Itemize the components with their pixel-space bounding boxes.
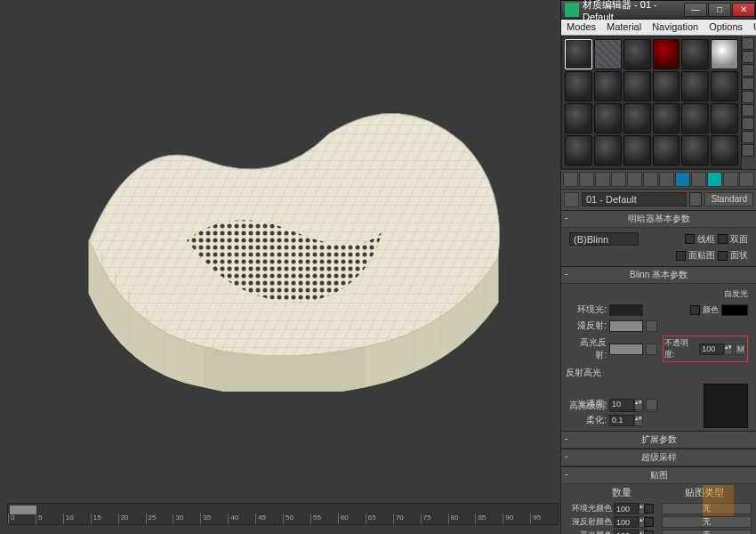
window-title: 材质编辑器 - 01 - Default xyxy=(583,0,683,22)
facemap-checkbox[interactable] xyxy=(676,251,686,261)
section-extended[interactable]: 扩展参数 xyxy=(561,432,756,449)
map-ambient-amount[interactable]: ▴▾ xyxy=(614,503,642,514)
menu-modes[interactable]: Modes xyxy=(561,20,601,35)
map-ambient-checkbox[interactable] xyxy=(644,504,654,514)
map-speccolor-amount[interactable]: ▴▾ xyxy=(614,530,642,534)
close-button[interactable]: ✕ xyxy=(732,3,755,17)
material-slot[interactable] xyxy=(565,39,592,69)
pick-material-icon[interactable] xyxy=(564,192,579,207)
material-slot[interactable] xyxy=(623,103,651,134)
map-speccolor-slot[interactable]: 无 xyxy=(662,530,752,534)
material-slot[interactable] xyxy=(594,135,622,166)
minimize-button[interactable]: — xyxy=(684,3,707,17)
make-unique-icon[interactable] xyxy=(643,172,658,187)
maximize-button[interactable]: □ xyxy=(708,3,731,17)
make-copy-icon[interactable] xyxy=(627,172,642,187)
map-diffuse-amount[interactable]: ▴▾ xyxy=(614,516,642,528)
shader-type-dropdown[interactable]: (B)Blinn xyxy=(569,232,639,246)
material-slot[interactable] xyxy=(653,39,680,69)
material-slot[interactable] xyxy=(711,71,738,101)
opacity-spinner[interactable]: ▴▾ xyxy=(699,344,733,355)
map-diffuse-checkbox[interactable] xyxy=(644,517,654,527)
backlight-icon[interactable] xyxy=(742,51,754,63)
slot-count-icon[interactable] xyxy=(742,144,754,157)
material-slot[interactable] xyxy=(565,103,592,134)
map-ambient-label: 环境光颜色 xyxy=(566,503,612,514)
material-slot[interactable] xyxy=(681,135,709,166)
diffuse-map-button[interactable] xyxy=(646,320,657,332)
material-slot[interactable] xyxy=(594,39,622,69)
wire-checkbox[interactable] xyxy=(685,234,695,244)
video-check-icon[interactable] xyxy=(742,91,754,103)
material-slot[interactable] xyxy=(681,103,709,134)
select-by-mat-icon[interactable] xyxy=(742,131,754,143)
mesh-preview xyxy=(27,80,525,392)
selfillum-label: 自发光 xyxy=(724,288,748,300)
material-toolbar xyxy=(561,169,756,190)
dropdown-arrow-icon[interactable] xyxy=(689,192,702,206)
material-slot[interactable] xyxy=(711,103,738,134)
selfillum-color-checkbox[interactable] xyxy=(690,305,700,315)
material-slot[interactable] xyxy=(594,71,622,101)
sample-uv-icon[interactable] xyxy=(742,77,754,90)
timeline-ticks: 05 1015 2025 3035 4045 5055 6065 7075 80… xyxy=(8,514,558,524)
material-slot[interactable] xyxy=(681,71,709,101)
material-slot[interactable] xyxy=(565,135,592,166)
material-slot[interactable] xyxy=(653,135,680,166)
material-slot[interactable] xyxy=(623,135,651,166)
get-material-icon[interactable] xyxy=(563,172,578,187)
material-slot[interactable] xyxy=(711,135,738,166)
material-slot[interactable] xyxy=(711,39,738,69)
material-slot[interactable] xyxy=(653,103,680,134)
options-icon[interactable] xyxy=(742,117,754,130)
material-slot[interactable] xyxy=(623,71,651,101)
menu-options[interactable]: Options xyxy=(704,20,748,35)
menu-material[interactable]: Material xyxy=(601,20,647,35)
material-slot[interactable] xyxy=(653,71,680,101)
preview-icon[interactable] xyxy=(742,104,754,117)
soften-label: 柔化: xyxy=(569,414,607,426)
specular-map-button[interactable] xyxy=(646,344,657,355)
opacity-highlight: 不透明度: ▴▾ M xyxy=(663,336,748,362)
material-name-dropdown[interactable]: 01 - Default xyxy=(582,192,687,206)
go-sibling-icon[interactable] xyxy=(739,172,754,187)
reset-map-icon[interactable] xyxy=(611,172,626,187)
put-to-scene-icon[interactable] xyxy=(579,172,594,187)
material-slot[interactable] xyxy=(623,39,651,69)
menu-navigation[interactable]: Navigation xyxy=(647,20,704,35)
menu-utilities[interactable]: Utilities xyxy=(748,20,756,35)
material-slot[interactable] xyxy=(565,71,592,101)
gloss-map-button[interactable] xyxy=(646,399,657,410)
faceted-checkbox[interactable] xyxy=(718,251,728,261)
specular-group-label: 反射高光 xyxy=(566,364,752,382)
slot-side-toolbar xyxy=(742,37,754,157)
diffuse-swatch[interactable] xyxy=(609,320,643,332)
two-sided-checkbox[interactable] xyxy=(718,234,728,244)
section-blinn-params[interactable]: Blinn 基本参数 xyxy=(561,267,756,284)
window-titlebar[interactable]: 材质编辑器 - 01 - Default — □ ✕ xyxy=(560,0,756,20)
section-shader-params[interactable]: 明暗器基本参数 xyxy=(561,211,756,228)
ambient-swatch[interactable] xyxy=(609,304,643,316)
map-speccolor-checkbox[interactable] xyxy=(644,530,654,534)
opacity-map-button[interactable]: M xyxy=(735,344,746,355)
assign-to-selection-icon[interactable] xyxy=(595,172,610,187)
selfillum-swatch[interactable] xyxy=(721,304,748,316)
sample-type-icon[interactable] xyxy=(742,37,754,50)
section-supersample[interactable]: 超级采样 xyxy=(561,449,756,466)
specular-swatch[interactable] xyxy=(609,344,643,355)
material-id-icon[interactable] xyxy=(675,172,690,187)
soften-spinner[interactable]: ▴▾ xyxy=(609,415,643,426)
section-maps[interactable]: 贴图 xyxy=(561,467,756,484)
put-to-library-icon[interactable] xyxy=(659,172,674,187)
material-type-button[interactable]: Standard xyxy=(704,192,753,206)
show-end-result-icon[interactable] xyxy=(707,172,722,187)
background-icon[interactable] xyxy=(742,64,754,77)
go-parent-icon[interactable] xyxy=(723,172,738,187)
material-slot[interactable] xyxy=(594,103,622,134)
material-slot[interactable] xyxy=(681,39,709,69)
timeline[interactable]: 05 1015 2025 3035 4045 5055 6065 7075 80… xyxy=(7,503,559,525)
gloss-spinner[interactable]: ▴▾ xyxy=(609,399,643,410)
show-map-icon[interactable] xyxy=(691,172,706,187)
viewport-3d[interactable] xyxy=(0,0,560,503)
opacity-label: 不透明度: xyxy=(664,337,698,360)
